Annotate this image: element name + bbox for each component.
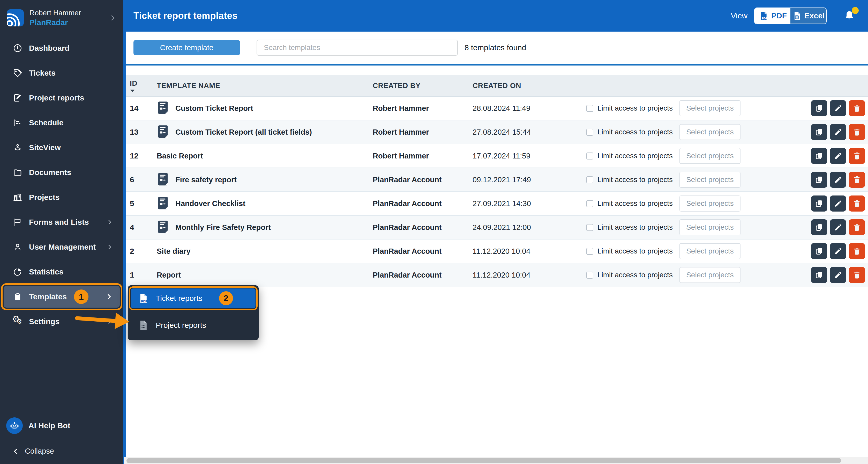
row-id: 12 [126, 151, 157, 160]
delete-template-button[interactable] [849, 243, 865, 259]
delete-template-button[interactable] [849, 124, 865, 140]
select-projects-button[interactable]: Select projects [679, 219, 741, 235]
view-label: View [731, 11, 747, 20]
ai-help-bot-button[interactable]: AI Help Bot [6, 417, 70, 434]
limit-access-checkbox[interactable] [586, 248, 593, 255]
sidebar-item-documents[interactable]: Documents [0, 160, 123, 185]
horizontal-scrollbar-thumb[interactable] [126, 458, 841, 463]
flyout-item-ticket-reports[interactable]: PDF Ticket reports 2 [131, 288, 255, 308]
template-name: Handover Checklist [175, 199, 245, 208]
column-header-id[interactable]: ID [126, 79, 157, 92]
select-projects-button[interactable]: Select projects [679, 196, 741, 211]
pencil-icon [834, 270, 842, 280]
limit-access-checkbox[interactable] [586, 129, 593, 136]
pie-chart-icon [12, 267, 23, 277]
sidebar-item-project-reports[interactable]: Project reports [0, 85, 123, 110]
duplicate-template-button[interactable] [811, 100, 827, 116]
search-templates-input[interactable] [256, 39, 458, 56]
duplicate-template-button[interactable] [811, 148, 827, 164]
delete-template-button[interactable] [849, 219, 865, 235]
collapse-sidebar-button[interactable]: Collapse [12, 447, 54, 456]
trash-icon [852, 104, 861, 113]
sidebar-item-forms-and-lists[interactable]: Forms and Lists [0, 210, 123, 235]
edit-template-button[interactable] [830, 124, 846, 140]
pdf-report-icon: PDF [137, 293, 149, 304]
sidebar-item-projects[interactable]: Projects [0, 185, 123, 210]
sort-desc-icon [130, 90, 134, 92]
limit-access-checkbox[interactable] [586, 224, 593, 231]
view-excel-toggle[interactable]: x Excel [790, 8, 826, 24]
edit-template-button[interactable] [830, 196, 846, 211]
duplicate-template-button[interactable] [811, 243, 827, 259]
template-doc-icon [157, 124, 169, 140]
duplicate-template-button[interactable] [811, 172, 827, 188]
account-switcher[interactable]: Robert Hammer PlanRadar [0, 0, 123, 36]
sidebar-item-user-management[interactable]: User Management [0, 235, 123, 259]
edit-template-button[interactable] [830, 267, 846, 283]
select-projects-button[interactable]: Select projects [679, 148, 741, 164]
pencil-icon [834, 128, 842, 137]
trash-icon [852, 199, 861, 208]
sidebar-item-tickets[interactable]: Tickets [0, 61, 123, 85]
select-projects-button[interactable]: Select projects [679, 267, 741, 283]
template-doc-icon [157, 220, 169, 235]
create-template-button[interactable]: Create template [133, 40, 240, 55]
column-header-created-on[interactable]: CREATED ON [472, 82, 586, 90]
limit-access-checkbox[interactable] [586, 152, 593, 160]
delete-template-button[interactable] [849, 100, 865, 116]
duplicate-template-button[interactable] [811, 124, 827, 140]
edit-template-button[interactable] [830, 172, 846, 188]
select-projects-button[interactable]: Select projects [679, 124, 741, 140]
limit-access-label: Limit access to projects [597, 199, 673, 208]
row-created-by: Robert Hammer [373, 152, 472, 160]
flyout-item-label: Project reports [156, 321, 206, 329]
pencil-icon [834, 199, 842, 208]
row-created-on: 24.09.2021 12:00 [472, 223, 586, 232]
template-doc-icon [157, 196, 169, 211]
sidebar-item-dashboard[interactable]: Dashboard [0, 36, 123, 61]
copy-icon [814, 223, 824, 232]
select-projects-button[interactable]: Select projects [679, 172, 741, 188]
flyout-item-project-reports[interactable]: Project reports [131, 315, 255, 335]
limit-access-label: Limit access to projects [597, 223, 673, 231]
chevron-right-icon [106, 318, 113, 325]
edit-template-button[interactable] [830, 243, 846, 259]
pdf-file-icon: PDF [758, 10, 769, 21]
delete-template-button[interactable] [849, 267, 865, 283]
toolbar-divider [126, 64, 868, 65]
sidebar-item-settings[interactable]: ⚙⚙ Settings [0, 309, 123, 334]
column-header-template-name[interactable]: TEMPLATE NAME [157, 82, 373, 90]
table-row: 4 Monthly Fire Safety Report PlanRadar A… [126, 216, 868, 239]
pencil-icon [834, 175, 842, 184]
user-icon [12, 242, 23, 252]
duplicate-template-button[interactable] [811, 219, 827, 235]
edit-template-button[interactable] [830, 148, 846, 164]
limit-access-checkbox[interactable] [586, 176, 593, 183]
copy-icon [814, 104, 824, 113]
row-id: 4 [126, 223, 157, 232]
limit-access-checkbox[interactable] [586, 200, 593, 207]
clipboard-templates-icon [12, 292, 23, 302]
template-name: Report [157, 271, 181, 280]
sidebar-item-statistics[interactable]: Statistics [0, 259, 123, 284]
select-projects-button[interactable]: Select projects [679, 243, 741, 259]
row-created-on: 09.12.2021 17:49 [472, 176, 586, 184]
sidebar-item-siteview[interactable]: SiteView [0, 135, 123, 160]
limit-access-checkbox[interactable] [586, 271, 593, 279]
limit-access-checkbox[interactable] [586, 105, 593, 112]
pencil-icon [834, 104, 842, 113]
edit-template-button[interactable] [830, 219, 846, 235]
notifications-button[interactable] [843, 9, 856, 22]
duplicate-template-button[interactable] [811, 196, 827, 211]
copy-icon [814, 246, 824, 256]
delete-template-button[interactable] [849, 196, 865, 211]
select-projects-button[interactable]: Select projects [679, 100, 741, 116]
duplicate-template-button[interactable] [811, 267, 827, 283]
sidebar-item-templates[interactable]: Templates 1 [4, 286, 120, 308]
delete-template-button[interactable] [849, 148, 865, 164]
view-pdf-toggle[interactable]: PDF PDF [755, 8, 790, 24]
delete-template-button[interactable] [849, 172, 865, 188]
sidebar-item-schedule[interactable]: Schedule [0, 110, 123, 135]
edit-template-button[interactable] [830, 100, 846, 116]
column-header-created-by[interactable]: CREATED BY [373, 82, 472, 90]
